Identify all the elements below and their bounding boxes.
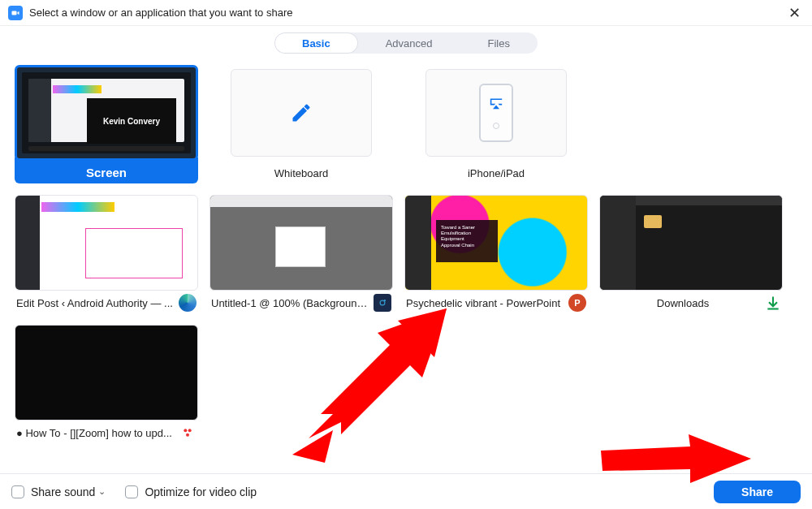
close-button[interactable]: ✕	[784, 3, 804, 23]
option-downloads[interactable]: Downloads	[599, 195, 783, 313]
tab-group: Basic Advanced Files	[274, 32, 538, 54]
airplay-icon	[488, 97, 504, 110]
option-iphone-ipad[interactable]: iPhone/iPad	[404, 65, 588, 183]
phone-icon	[479, 84, 513, 142]
option-label: ● How To - [][Zoom] how to upd...	[16, 427, 175, 439]
thumbnail-screen: Kevin Convery	[15, 65, 198, 161]
bottom-bar: Share sound ⌄ Optimize for video clip Sh…	[0, 473, 812, 509]
optimize-label: Optimize for video clip	[145, 485, 257, 498]
edge-icon	[179, 294, 197, 312]
svg-point-2	[384, 300, 386, 301]
photoshop-icon	[374, 294, 391, 312]
titlebar: Select a window or an application that y…	[0, 0, 812, 26]
svg-point-4	[188, 429, 192, 432]
app-icon-generic	[179, 424, 197, 442]
share-sound-label: Share sound	[31, 485, 95, 498]
option-label: iPhone/iPad	[406, 167, 586, 179]
download-arrow-icon	[765, 295, 781, 311]
tab-basic[interactable]: Basic	[274, 32, 358, 54]
share-options-grid: Kevin Convery Screen Whiteboard iPhone/i…	[0, 57, 812, 451]
mode-tabs: Basic Advanced Files	[0, 26, 812, 57]
chevron-down-icon[interactable]: ⌄	[98, 486, 106, 497]
share-sound-checkbox[interactable]: Share sound ⌄	[11, 485, 110, 498]
tab-advanced[interactable]: Advanced	[358, 32, 460, 54]
option-powerpoint[interactable]: Toward a Saner Emulsification Equipment …	[404, 195, 588, 313]
checkbox-icon	[125, 485, 138, 498]
option-label: Untitled-1 @ 100% (Background, ...	[211, 297, 370, 309]
svg-point-1	[380, 300, 385, 305]
option-label: Psychedelic vibrant - PowerPoint	[406, 297, 565, 309]
option-howto[interactable]: ● How To - [][Zoom] how to upd...	[15, 325, 198, 443]
zoom-app-icon	[8, 6, 23, 20]
option-label: Whiteboard	[211, 167, 391, 179]
option-photoshop[interactable]: Untitled-1 @ 100% (Background, ...	[209, 195, 393, 313]
thumbnail-powerpoint: Toward a Saner Emulsification Equipment …	[404, 195, 588, 291]
thumbnail-photoshop	[209, 195, 393, 291]
option-screen[interactable]: Kevin Convery Screen	[15, 65, 198, 183]
svg-point-3	[184, 429, 187, 432]
thumbnail-whiteboard	[231, 69, 372, 157]
svg-rect-0	[12, 11, 17, 15]
thumbnail-iphone	[425, 69, 567, 157]
pencil-icon	[290, 101, 313, 124]
option-label: Downloads	[601, 297, 765, 309]
option-label: Edit Post ‹ Android Authority — ...	[16, 297, 175, 309]
optimize-video-checkbox[interactable]: Optimize for video clip	[125, 485, 257, 498]
checkbox-icon	[11, 485, 24, 498]
thumbnail-black	[15, 325, 198, 421]
share-button[interactable]: Share	[714, 481, 801, 503]
dialog-title: Select a window or an application that y…	[29, 6, 292, 19]
option-edit-post[interactable]: Edit Post ‹ Android Authority — ...	[15, 195, 198, 313]
option-label: Screen	[16, 166, 197, 179]
screen-overlay-name: Kevin Convery	[87, 98, 176, 144]
svg-point-5	[186, 434, 189, 437]
slide-text: Toward a Saner Emulsification Equipment …	[436, 220, 498, 262]
option-whiteboard[interactable]: Whiteboard	[209, 65, 393, 183]
powerpoint-icon: P	[568, 294, 586, 312]
thumbnail-edge-window	[15, 195, 198, 291]
tab-files[interactable]: Files	[460, 32, 538, 54]
thumbnail-explorer	[599, 195, 783, 291]
